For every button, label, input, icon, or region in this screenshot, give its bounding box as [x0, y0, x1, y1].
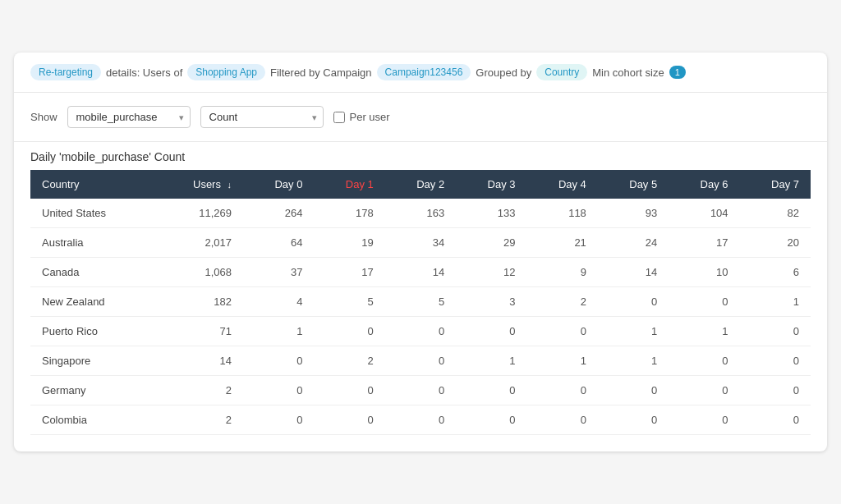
cell-d2: 34 — [385, 228, 456, 258]
col-day3[interactable]: Day 3 — [456, 170, 526, 199]
cell-users: 14 — [162, 346, 243, 376]
table-row: Singapore 14 0 2 0 1 1 1 0 0 — [30, 346, 811, 376]
table-row: Colombia 2 0 0 0 0 0 0 0 0 — [30, 405, 811, 435]
cell-d7: 0 — [740, 317, 811, 346]
cell-country: Puerto Rico — [30, 317, 162, 346]
col-day1[interactable]: Day 1 — [314, 170, 384, 199]
cell-country: Colombia — [30, 405, 162, 435]
cell-d6: 0 — [669, 346, 739, 376]
cell-d6: 104 — [669, 199, 739, 228]
cell-d3: 3 — [456, 287, 526, 317]
cell-d7: 0 — [740, 405, 811, 435]
cell-d6: 0 — [669, 405, 739, 435]
metric-select[interactable]: mobile_purchase — [67, 106, 191, 128]
cell-d3: 0 — [456, 405, 526, 435]
cell-d1: 0 — [314, 405, 384, 435]
col-country[interactable]: Country — [30, 170, 162, 199]
retargeting-badge[interactable]: Re-targeting — [30, 64, 101, 80]
col-day2[interactable]: Day 2 — [385, 170, 456, 199]
cell-users: 182 — [162, 287, 243, 317]
app-badge[interactable]: Shopping App — [187, 64, 265, 80]
cell-users: 71 — [162, 317, 243, 346]
cell-country: Australia — [30, 228, 162, 258]
cell-d2: 0 — [385, 405, 456, 435]
cell-d2: 163 — [385, 199, 456, 228]
cell-d1: 0 — [314, 317, 384, 346]
table-body: United States 11,269 264 178 163 133 118… — [30, 199, 811, 435]
count-select[interactable]: Count — [200, 106, 324, 128]
cell-users: 11,269 — [162, 199, 243, 228]
cell-d2: 0 — [385, 376, 456, 405]
main-card: Re-targeting details: Users of Shopping … — [14, 53, 827, 451]
filtered-text: Filtered by Campaign — [270, 66, 372, 79]
cell-d1: 2 — [314, 346, 384, 376]
cell-d0: 264 — [243, 199, 314, 228]
sort-arrow: ↓ — [227, 180, 232, 190]
cell-d0: 0 — [243, 346, 314, 376]
cell-d0: 1 — [243, 317, 314, 346]
cell-country: United States — [30, 199, 162, 228]
cell-d0: 64 — [243, 228, 314, 258]
per-user-checkbox[interactable] — [333, 112, 345, 123]
data-table: Country Users ↓ Day 0 Day 1 Day 2 Day 3 … — [30, 170, 811, 435]
count-select-wrapper: Count ▾ — [200, 106, 324, 128]
cell-d2: 5 — [385, 287, 456, 317]
cell-d5: 1 — [598, 346, 669, 376]
cell-d0: 37 — [243, 258, 314, 287]
cell-d7: 1 — [740, 287, 811, 317]
cell-d0: 0 — [243, 376, 314, 405]
cell-d7: 0 — [740, 376, 811, 405]
per-user-wrapper: Per user — [333, 111, 390, 123]
per-user-label: Per user — [350, 111, 390, 123]
table-row: Germany 2 0 0 0 0 0 0 0 0 — [30, 376, 811, 405]
cell-d6: 0 — [669, 376, 739, 405]
cell-d4: 1 — [527, 346, 598, 376]
cell-d7: 82 — [740, 199, 811, 228]
cell-d3: 12 — [456, 258, 526, 287]
show-label: Show — [30, 111, 57, 123]
col-users[interactable]: Users ↓ — [162, 170, 243, 199]
cell-d6: 17 — [669, 228, 739, 258]
cell-d5: 93 — [598, 199, 669, 228]
data-table-container: Country Users ↓ Day 0 Day 1 Day 2 Day 3 … — [14, 170, 827, 451]
cell-country: New Zealand — [30, 287, 162, 317]
country-badge[interactable]: Country — [536, 64, 587, 80]
cell-d0: 4 — [243, 287, 314, 317]
col-day5[interactable]: Day 5 — [598, 170, 669, 199]
min-cohort-text: Min cohort size — [592, 66, 664, 79]
chart-title: Daily 'mobile_purchase' Count — [14, 142, 827, 170]
cell-d3: 0 — [456, 376, 526, 405]
col-day7[interactable]: Day 7 — [740, 170, 811, 199]
table-row: Australia 2,017 64 19 34 29 21 24 17 20 — [30, 228, 811, 258]
cell-d4: 9 — [527, 258, 598, 287]
cell-d2: 0 — [385, 346, 456, 376]
table-row: New Zealand 182 4 5 5 3 2 0 0 1 — [30, 287, 811, 317]
cell-d7: 0 — [740, 346, 811, 376]
cell-d6: 0 — [669, 287, 739, 317]
col-day6[interactable]: Day 6 — [669, 170, 739, 199]
cell-d1: 0 — [314, 376, 384, 405]
cell-d4: 2 — [527, 287, 598, 317]
cell-d2: 14 — [385, 258, 456, 287]
cell-d4: 0 — [527, 376, 598, 405]
cell-d4: 21 — [527, 228, 598, 258]
cell-users: 2,017 — [162, 228, 243, 258]
cell-country: Singapore — [30, 346, 162, 376]
col-day4[interactable]: Day 4 — [527, 170, 598, 199]
col-day0[interactable]: Day 0 — [243, 170, 314, 199]
details-text: details: Users of — [106, 66, 182, 79]
cell-d3: 1 — [456, 346, 526, 376]
controls-bar: Show mobile_purchase ▾ Count ▾ Per user — [14, 93, 827, 142]
cell-d1: 19 — [314, 228, 384, 258]
cell-d1: 5 — [314, 287, 384, 317]
cell-d4: 0 — [527, 317, 598, 346]
cell-d0: 0 — [243, 405, 314, 435]
cell-d1: 178 — [314, 199, 384, 228]
cell-d3: 133 — [456, 199, 526, 228]
cell-d6: 10 — [669, 258, 739, 287]
cell-d3: 29 — [456, 228, 526, 258]
cell-d4: 118 — [527, 199, 598, 228]
campaign-badge[interactable]: Campaign123456 — [377, 64, 471, 80]
cell-d7: 20 — [740, 228, 811, 258]
metric-select-wrapper: mobile_purchase ▾ — [67, 106, 191, 128]
